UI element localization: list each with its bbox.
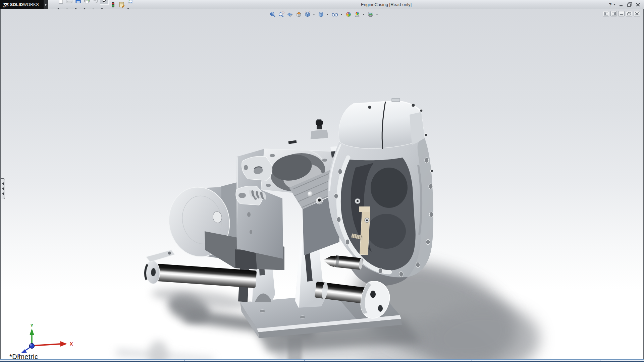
help-button[interactable]: ?: [609, 2, 612, 7]
doc-restore-icon: [627, 12, 631, 15]
print-button[interactable]: [83, 0, 91, 5]
zoom-to-area-button[interactable]: [277, 10, 286, 18]
restore-icon: [627, 2, 632, 7]
new-document-button[interactable]: [56, 0, 65, 5]
quick-access-toolbar: [56, 0, 135, 9]
select-tool-dropdown[interactable]: [100, 5, 104, 13]
new-document-dropdown[interactable]: [56, 5, 60, 13]
print-icon: [84, 0, 90, 4]
view-orientation-icon: [304, 11, 311, 18]
apply-scene-icon: [354, 11, 361, 18]
undo-button[interactable]: [91, 0, 100, 5]
collapse-arrow-icon: [2, 182, 4, 185]
display-style-dropdown[interactable]: [325, 10, 329, 18]
viewport-left-border: [0, 9, 1, 359]
close-document-button[interactable]: [634, 11, 640, 16]
restore-window-button[interactable]: [627, 2, 632, 7]
minimize-window-button[interactable]: [619, 2, 624, 7]
zoom-to-fit-icon: [269, 11, 276, 18]
help-dropdown[interactable]: [613, 4, 615, 5]
display-style-icon: [318, 11, 324, 18]
brand-mark: ƷS: [3, 2, 8, 7]
options-list-icon: [127, 0, 134, 4]
close-icon: [636, 3, 640, 7]
view-settings-dropdown[interactable]: [375, 10, 379, 18]
doc-close-icon: [635, 12, 639, 15]
select-tool-button[interactable]: [100, 0, 109, 5]
file-properties-icon: [118, 1, 125, 8]
open-document-dropdown[interactable]: [65, 5, 69, 13]
expand-arrow-icon: [45, 3, 47, 6]
document-window-controls: [603, 11, 640, 16]
save-button[interactable]: [74, 0, 83, 5]
open-document-button[interactable]: [65, 0, 74, 5]
headsup-view-toolbar: [268, 10, 380, 18]
display-style-button[interactable]: [317, 10, 325, 18]
save-floppy-icon: [75, 0, 82, 4]
window-title: EngineCasing [Read-only]: [361, 2, 412, 7]
apply-scene-button[interactable]: [353, 10, 362, 18]
restore-document-button[interactable]: [626, 11, 632, 16]
options-button[interactable]: [126, 0, 135, 5]
triad-x-label: X: [70, 341, 73, 347]
previous-view-icon: [287, 11, 293, 18]
section-view-button[interactable]: [294, 10, 303, 18]
select-cursor-icon: [101, 0, 108, 4]
print-dropdown[interactable]: [83, 5, 87, 13]
brand-text: SOLIDWORKS: [10, 2, 39, 7]
minimize-document-button[interactable]: [618, 11, 625, 16]
triad-y-label: Y: [30, 323, 34, 328]
doc-minimize-icon: [620, 12, 624, 15]
solidworks-logo: ƷS SOLIDWORKS: [0, 0, 44, 9]
collapse-pane-right-button[interactable]: [610, 11, 617, 16]
view-settings-icon: [367, 11, 374, 18]
hide-show-items-dropdown[interactable]: [339, 10, 343, 18]
edit-appearance-button[interactable]: [344, 10, 353, 18]
view-orientation-dropdown[interactable]: [312, 10, 316, 18]
close-window-button[interactable]: [635, 2, 641, 7]
open-folder-icon: [66, 0, 73, 4]
rebuild-button[interactable]: [109, 1, 117, 9]
file-properties-button[interactable]: [117, 1, 126, 9]
zoom-to-fit-button[interactable]: [268, 10, 277, 18]
zoom-to-area-icon: [278, 11, 285, 18]
save-dropdown[interactable]: [74, 5, 78, 13]
options-dropdown[interactable]: [126, 5, 130, 13]
pane-left-icon: [604, 12, 608, 15]
statusbar-bottom-strip: [0, 361, 644, 362]
menu-expand-button[interactable]: [44, 0, 48, 9]
view-settings-button[interactable]: [366, 10, 375, 18]
window-controls: ?: [609, 0, 641, 9]
pane-right-icon: [612, 12, 616, 15]
titlebar: ƷS SOLIDWORKS: [0, 0, 644, 9]
section-view-icon: [296, 11, 302, 18]
graphics-area[interactable]: [0, 0, 644, 362]
engine-casing-model: [0, 0, 644, 362]
new-document-icon: [57, 0, 64, 4]
apply-scene-dropdown[interactable]: [362, 10, 366, 18]
collapse-pane-left-button[interactable]: [603, 11, 609, 16]
edit-appearance-icon: [345, 11, 352, 18]
minimize-icon: [619, 3, 624, 7]
hide-show-items-icon: [331, 11, 338, 18]
statusbar: [0, 359, 644, 362]
undo-dropdown[interactable]: [91, 5, 95, 13]
featuremanager-flyout-tab[interactable]: [1, 178, 5, 199]
undo-arrow-icon: [92, 0, 99, 4]
hide-show-items-button[interactable]: [330, 10, 339, 18]
previous-view-button[interactable]: [286, 10, 294, 18]
rebuild-traffic-light-icon: [110, 1, 116, 8]
view-orientation-button[interactable]: [303, 10, 312, 18]
collapse-arrow-icon: [2, 192, 4, 195]
collapse-arrow-icon: [2, 187, 4, 190]
